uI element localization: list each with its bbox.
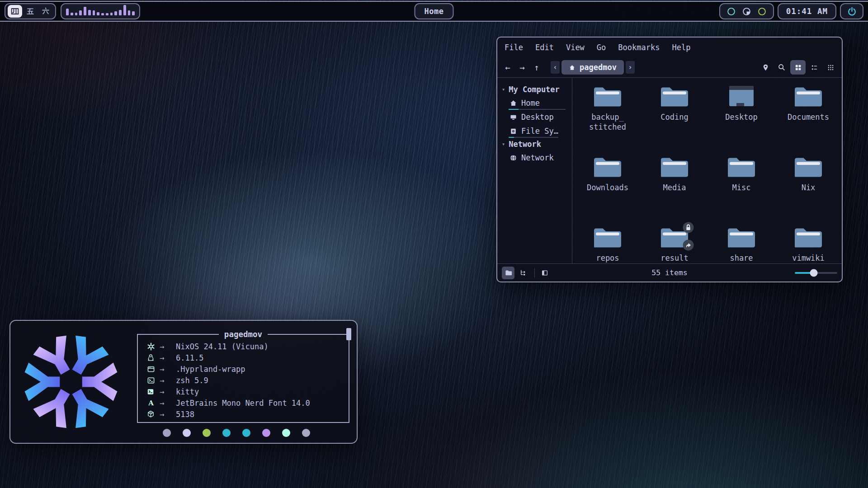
tree-pane-button[interactable] xyxy=(516,267,529,279)
power-button[interactable] xyxy=(840,3,863,19)
lock-emblem-icon xyxy=(683,222,694,233)
menu-help[interactable]: Help xyxy=(672,43,690,52)
sidebar-item-label: Home xyxy=(521,99,540,108)
fetch-value: kitty xyxy=(176,387,199,396)
folder-repos[interactable]: repos xyxy=(576,225,639,263)
visualizer-bar xyxy=(97,12,99,15)
sidebar-item-home[interactable]: Home xyxy=(497,96,572,110)
file-manager-statusbar: 55 items xyxy=(497,263,842,282)
terminal-icon xyxy=(147,388,160,395)
folder-icon xyxy=(726,225,757,249)
visualizer-bar xyxy=(75,13,78,15)
visualizer-bar xyxy=(101,13,104,15)
fetch-value: zsh 5.9 xyxy=(176,376,208,385)
sidebar-item-filesy[interactable]: File Sy… xyxy=(497,124,572,138)
folder-share[interactable]: share xyxy=(710,225,773,263)
workspace-4-active[interactable] xyxy=(8,5,22,18)
terminal-cursor xyxy=(346,328,351,340)
palette-dot xyxy=(163,429,171,437)
sidebar-group-network[interactable]: ▾Network xyxy=(497,138,572,150)
arrow-icon: → xyxy=(160,353,176,362)
menu-go[interactable]: Go xyxy=(597,43,606,52)
icon-size-slider[interactable] xyxy=(795,268,837,277)
sidebar-group-label: My Computer xyxy=(509,85,560,94)
folder-icon xyxy=(659,225,690,249)
visualizer-bar xyxy=(110,13,113,15)
sidebar-group-my-computer[interactable]: ▾My Computer xyxy=(497,83,572,96)
desktop-icon xyxy=(509,113,517,121)
window-icon xyxy=(147,365,160,373)
sidebar-item-desktop[interactable]: Desktop xyxy=(497,110,572,124)
status-indicators[interactable] xyxy=(719,3,774,19)
folder-misc[interactable]: Misc xyxy=(710,155,773,225)
menu-edit[interactable]: Edit xyxy=(535,43,554,52)
folder-icon xyxy=(659,155,690,179)
palette-dot xyxy=(203,429,211,437)
fetch-value: JetBrains Mono Nerd Font 14.0 xyxy=(176,399,310,408)
folder-label: Media xyxy=(663,183,686,192)
folder-view[interactable]: backup_stitchedCodingDesktopDocumentsDow… xyxy=(572,78,842,263)
list-view-button[interactable] xyxy=(807,60,822,75)
active-window-title[interactable]: Home xyxy=(415,3,454,19)
sidebar-item-label: File Sy… xyxy=(521,127,558,136)
nix-icon xyxy=(147,343,160,351)
visualizer-bar xyxy=(79,10,82,15)
fetch-hostname: pagedmov xyxy=(224,330,262,339)
folder-icon xyxy=(592,225,623,249)
workspace-6[interactable] xyxy=(38,5,53,18)
side-pane-toggle-button[interactable] xyxy=(538,267,551,279)
fetch-frame-line xyxy=(268,334,349,335)
fetch-box: pagedmov →NixOS 24.11 (Vicuna)→6.11.5→.H… xyxy=(137,334,349,423)
menu-view[interactable]: View xyxy=(566,43,585,52)
sidebar-item-network[interactable]: Network xyxy=(497,150,572,164)
folder-documents[interactable]: Documents xyxy=(777,84,840,155)
folder-result[interactable]: result xyxy=(643,225,706,263)
top-bar-left xyxy=(5,3,140,19)
indicator-pie-icon[interactable] xyxy=(742,7,751,16)
folder-vimwiki[interactable]: vimwiki xyxy=(777,225,840,263)
svg-text:A: A xyxy=(148,399,154,407)
up-button[interactable]: ↑ xyxy=(530,61,543,74)
arrow-icon: → xyxy=(160,387,176,396)
statusbar-separator xyxy=(534,268,535,278)
linux-icon xyxy=(147,354,160,361)
folder-desktop[interactable]: Desktop xyxy=(710,84,773,155)
folder-backup_stitched[interactable]: backup_stitched xyxy=(576,84,639,155)
menu-bookmarks[interactable]: Bookmarks xyxy=(618,43,660,52)
folder-icon xyxy=(793,84,824,108)
fetch-value: NixOS 24.11 (Vicuna) xyxy=(176,342,269,351)
sidebar-item-label: Desktop xyxy=(521,113,554,122)
folder-media[interactable]: Media xyxy=(643,155,706,225)
places-sidebar: ▾My ComputerHomeDesktopFile Sy…▾NetworkN… xyxy=(497,78,572,263)
fetch-line-terminal: →kitty xyxy=(147,386,349,397)
indicator-green-icon[interactable] xyxy=(758,7,766,16)
package-icon xyxy=(147,410,160,418)
indicator-teal-icon[interactable] xyxy=(727,7,736,16)
visualizer-bar xyxy=(132,11,135,15)
sidebar-item-label: Network xyxy=(521,153,554,162)
folder-label: Nix xyxy=(802,183,816,192)
icon-view-button[interactable] xyxy=(790,60,806,75)
menu-file[interactable]: File xyxy=(505,43,523,52)
slider-thumb[interactable] xyxy=(810,269,818,277)
tab-scroll-left-button[interactable]: ‹ xyxy=(551,61,560,74)
tab-scroll-right-button[interactable]: › xyxy=(626,61,635,74)
tab-pagedmov[interactable]: pagedmov xyxy=(561,60,624,75)
visualizer-bar xyxy=(128,10,131,15)
workspace-5[interactable] xyxy=(23,5,38,18)
places-pane-button[interactable] xyxy=(502,267,514,279)
folder-icon xyxy=(726,155,757,179)
back-button[interactable]: ← xyxy=(501,61,514,74)
visualizer-bar xyxy=(114,11,117,15)
folder-coding[interactable]: Coding xyxy=(643,84,706,155)
terminal-window[interactable]: pagedmov →NixOS 24.11 (Vicuna)→6.11.5→.H… xyxy=(9,320,358,444)
folder-downloads[interactable]: Downloads xyxy=(576,155,639,225)
visualizer-bar xyxy=(88,10,91,15)
search-button[interactable] xyxy=(774,60,789,75)
folder-nix[interactable]: Nix xyxy=(777,155,840,225)
forward-button[interactable]: → xyxy=(515,61,529,74)
compact-view-button[interactable] xyxy=(823,60,838,75)
location-pin-button[interactable] xyxy=(758,60,773,75)
arrow-icon: → xyxy=(160,342,176,351)
top-bar-center: Home xyxy=(415,3,454,19)
